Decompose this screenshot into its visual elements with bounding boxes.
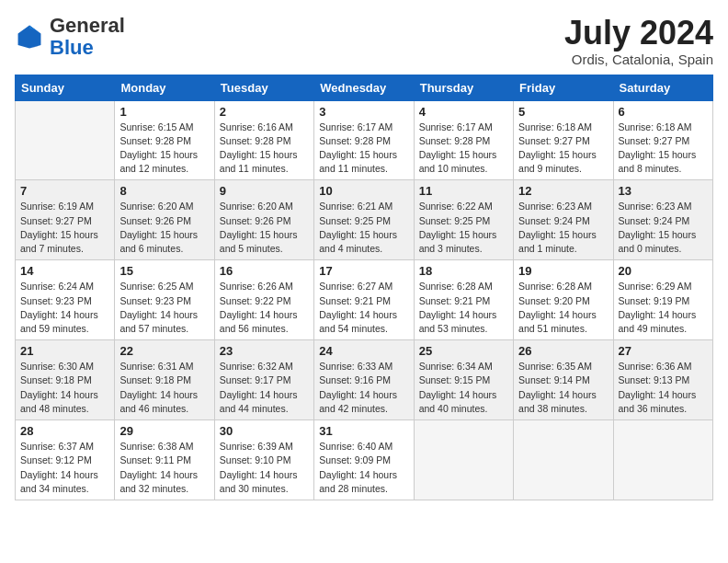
day-info: Sunrise: 6:32 AMSunset: 9:17 PMDaylight:…: [220, 360, 309, 416]
day-number: 8: [119, 184, 209, 198]
day-number: 22: [119, 344, 209, 358]
month-title: July 2024: [564, 15, 713, 52]
day-info: Sunrise: 6:36 AMSunset: 9:13 PMDaylight:…: [619, 360, 708, 416]
calendar-day-cell: 16Sunrise: 6:26 AMSunset: 9:22 PMDayligh…: [214, 260, 313, 340]
day-info: Sunrise: 6:28 AMSunset: 9:20 PMDaylight:…: [518, 280, 608, 336]
day-info: Sunrise: 6:39 AMSunset: 9:10 PMDaylight:…: [220, 440, 309, 496]
calendar-day-cell: 27Sunrise: 6:36 AMSunset: 9:13 PMDayligh…: [613, 340, 712, 420]
calendar-day-cell: 12Sunrise: 6:23 AMSunset: 9:24 PMDayligh…: [514, 180, 613, 260]
calendar-day-cell: 4Sunrise: 6:17 AMSunset: 9:28 PMDaylight…: [414, 100, 513, 180]
calendar-day-cell: 5Sunrise: 6:18 AMSunset: 9:27 PMDaylight…: [514, 100, 613, 180]
day-info: Sunrise: 6:15 AMSunset: 9:28 PMDaylight:…: [119, 121, 209, 177]
day-number: 2: [220, 105, 309, 119]
title-block: July 2024 Ordis, Catalonia, Spain: [564, 15, 713, 67]
calendar-table: SundayMondayTuesdayWednesdayThursdayFrid…: [15, 75, 713, 500]
weekday-header: Tuesday: [214, 75, 313, 100]
day-info: Sunrise: 6:30 AMSunset: 9:18 PMDaylight:…: [20, 360, 109, 416]
calendar-day-cell: [414, 420, 513, 500]
calendar-day-cell: 6Sunrise: 6:18 AMSunset: 9:27 PMDaylight…: [613, 100, 712, 180]
day-number: 7: [20, 184, 109, 198]
calendar-day-cell: 3Sunrise: 6:17 AMSunset: 9:28 PMDaylight…: [314, 100, 414, 180]
day-number: 3: [319, 105, 408, 119]
day-number: 21: [20, 344, 109, 358]
day-number: 18: [419, 264, 508, 278]
day-info: Sunrise: 6:25 AMSunset: 9:23 PMDaylight:…: [119, 280, 209, 336]
calendar-day-cell: 9Sunrise: 6:20 AMSunset: 9:26 PMDaylight…: [214, 180, 313, 260]
calendar-day-cell: 25Sunrise: 6:34 AMSunset: 9:15 PMDayligh…: [414, 340, 513, 420]
day-number: 9: [220, 184, 309, 198]
day-info: Sunrise: 6:40 AMSunset: 9:09 PMDaylight:…: [319, 440, 408, 496]
weekday-header: Monday: [115, 75, 214, 100]
calendar-day-cell: 15Sunrise: 6:25 AMSunset: 9:23 PMDayligh…: [115, 260, 214, 340]
day-number: 25: [419, 344, 508, 358]
day-info: Sunrise: 6:22 AMSunset: 9:25 PMDaylight:…: [419, 200, 508, 256]
day-number: 24: [319, 344, 408, 358]
day-info: Sunrise: 6:19 AMSunset: 9:27 PMDaylight:…: [20, 200, 109, 256]
day-number: 30: [220, 424, 309, 438]
calendar-day-cell: 28Sunrise: 6:37 AMSunset: 9:12 PMDayligh…: [16, 420, 115, 500]
page-header: General Blue July 2024 Ordis, Catalonia,…: [15, 15, 713, 67]
day-number: 16: [220, 264, 309, 278]
day-info: Sunrise: 6:20 AMSunset: 9:26 PMDaylight:…: [119, 200, 209, 256]
day-info: Sunrise: 6:23 AMSunset: 9:24 PMDaylight:…: [619, 200, 708, 256]
day-number: 20: [619, 264, 708, 278]
day-info: Sunrise: 6:17 AMSunset: 9:28 PMDaylight:…: [319, 121, 408, 177]
day-number: 5: [518, 105, 608, 119]
day-info: Sunrise: 6:29 AMSunset: 9:19 PMDaylight:…: [619, 280, 708, 336]
day-info: Sunrise: 6:26 AMSunset: 9:22 PMDaylight:…: [220, 280, 309, 336]
calendar-day-cell: 21Sunrise: 6:30 AMSunset: 9:18 PMDayligh…: [16, 340, 115, 420]
weekday-header: Friday: [514, 75, 613, 100]
calendar-day-cell: 11Sunrise: 6:22 AMSunset: 9:25 PMDayligh…: [414, 180, 513, 260]
day-info: Sunrise: 6:34 AMSunset: 9:15 PMDaylight:…: [419, 360, 508, 416]
day-info: Sunrise: 6:16 AMSunset: 9:28 PMDaylight:…: [220, 121, 309, 177]
weekday-header: Wednesday: [314, 75, 414, 100]
day-info: Sunrise: 6:33 AMSunset: 9:16 PMDaylight:…: [319, 360, 408, 416]
day-info: Sunrise: 6:27 AMSunset: 9:21 PMDaylight:…: [319, 280, 408, 336]
weekday-header: Saturday: [613, 75, 712, 100]
location: Ordis, Catalonia, Spain: [564, 52, 713, 67]
calendar-day-cell: 24Sunrise: 6:33 AMSunset: 9:16 PMDayligh…: [314, 340, 414, 420]
calendar-day-cell: [613, 420, 712, 500]
logo: General Blue: [15, 15, 125, 59]
calendar-day-cell: [514, 420, 613, 500]
day-info: Sunrise: 6:18 AMSunset: 9:27 PMDaylight:…: [619, 121, 708, 177]
weekday-header: Thursday: [414, 75, 513, 100]
calendar-day-cell: 1Sunrise: 6:15 AMSunset: 9:28 PMDaylight…: [115, 100, 214, 180]
day-number: 31: [319, 424, 408, 438]
day-number: 17: [319, 264, 408, 278]
calendar-day-cell: 19Sunrise: 6:28 AMSunset: 9:20 PMDayligh…: [514, 260, 613, 340]
calendar-week-row: 1Sunrise: 6:15 AMSunset: 9:28 PMDaylight…: [16, 100, 713, 180]
svg-marker-0: [18, 26, 41, 49]
day-info: Sunrise: 6:23 AMSunset: 9:24 PMDaylight:…: [518, 200, 608, 256]
day-number: 29: [119, 424, 209, 438]
calendar-day-cell: 29Sunrise: 6:38 AMSunset: 9:11 PMDayligh…: [115, 420, 214, 500]
calendar-day-cell: 2Sunrise: 6:16 AMSunset: 9:28 PMDaylight…: [214, 100, 313, 180]
calendar-day-cell: 26Sunrise: 6:35 AMSunset: 9:14 PMDayligh…: [514, 340, 613, 420]
day-info: Sunrise: 6:37 AMSunset: 9:12 PMDaylight:…: [20, 440, 109, 496]
day-info: Sunrise: 6:31 AMSunset: 9:18 PMDaylight:…: [119, 360, 209, 416]
day-number: 28: [20, 424, 109, 438]
day-number: 10: [319, 184, 408, 198]
day-number: 19: [518, 264, 608, 278]
calendar-day-cell: [16, 100, 115, 180]
day-number: 4: [419, 105, 508, 119]
day-info: Sunrise: 6:35 AMSunset: 9:14 PMDaylight:…: [518, 360, 608, 416]
day-number: 23: [220, 344, 309, 358]
day-info: Sunrise: 6:21 AMSunset: 9:25 PMDaylight:…: [319, 200, 408, 256]
day-info: Sunrise: 6:20 AMSunset: 9:26 PMDaylight:…: [220, 200, 309, 256]
day-info: Sunrise: 6:17 AMSunset: 9:28 PMDaylight:…: [419, 121, 508, 177]
logo-blue: Blue: [50, 36, 94, 59]
day-number: 1: [119, 105, 209, 119]
calendar-day-cell: 30Sunrise: 6:39 AMSunset: 9:10 PMDayligh…: [214, 420, 313, 500]
day-number: 12: [518, 184, 608, 198]
calendar-day-cell: 8Sunrise: 6:20 AMSunset: 9:26 PMDaylight…: [115, 180, 214, 260]
calendar-week-row: 14Sunrise: 6:24 AMSunset: 9:23 PMDayligh…: [16, 260, 713, 340]
day-number: 26: [518, 344, 608, 358]
logo-text: General Blue: [50, 15, 125, 59]
calendar-week-row: 7Sunrise: 6:19 AMSunset: 9:27 PMDaylight…: [16, 180, 713, 260]
day-number: 14: [20, 264, 109, 278]
calendar-day-cell: 22Sunrise: 6:31 AMSunset: 9:18 PMDayligh…: [115, 340, 214, 420]
calendar-day-cell: 17Sunrise: 6:27 AMSunset: 9:21 PMDayligh…: [314, 260, 414, 340]
calendar-day-cell: 18Sunrise: 6:28 AMSunset: 9:21 PMDayligh…: [414, 260, 513, 340]
weekday-header-row: SundayMondayTuesdayWednesdayThursdayFrid…: [16, 75, 713, 100]
